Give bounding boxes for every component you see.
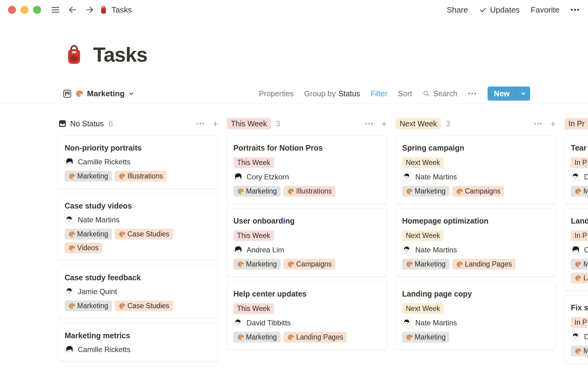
card-title: Homepage optimization	[402, 216, 549, 226]
properties-button[interactable]: Properties	[259, 89, 294, 98]
task-card[interactable]: LandIn PCMLa	[564, 209, 588, 290]
person-name: Cory Etzkorn	[247, 173, 289, 181]
column-options-icon[interactable]: •••	[196, 120, 205, 127]
card-person-row: Camille Ricketts	[65, 345, 212, 354]
task-card[interactable]: TearIn PDM	[564, 136, 588, 204]
tag-pill: M	[571, 346, 588, 356]
tag-label: La	[583, 274, 588, 282]
palette-emoji	[406, 334, 413, 341]
card-person-row: Nate Martins	[402, 318, 549, 328]
back-icon[interactable]	[67, 5, 78, 15]
avatar	[65, 215, 74, 224]
close-window-icon[interactable]	[8, 6, 16, 14]
new-button[interactable]: New	[488, 86, 530, 101]
task-card[interactable]: User onboardingThis WeekAndrea LimMarket…	[227, 209, 387, 277]
column-add-card-icon[interactable]: +	[550, 118, 556, 129]
column-options-icon[interactable]: •••	[534, 120, 542, 127]
card-tags-row: MarketingCampaigns	[233, 259, 381, 270]
column-title: No Status	[70, 119, 104, 128]
card-title: Land	[571, 216, 588, 226]
tag-label: Case Studies	[127, 302, 169, 310]
share-button[interactable]: Share	[447, 5, 468, 15]
avatar	[65, 287, 74, 296]
breadcrumb[interactable]: Tasks	[99, 5, 132, 15]
tag-pill: Illustrations	[284, 186, 335, 197]
tag-pill: Illustrations	[115, 171, 167, 182]
card-tags-row: MarketingCampaigns	[402, 186, 549, 197]
column-count: 6	[109, 119, 113, 128]
card-person-row: Camille Ricketts	[65, 157, 212, 167]
forward-icon[interactable]	[85, 5, 95, 15]
task-card[interactable]: Non-priority portraitsCamille RickettsMa…	[58, 136, 218, 189]
status-pill: Next Week	[402, 230, 444, 241]
tag-label: Marketing	[246, 187, 277, 195]
tag-pill: Marketing	[65, 301, 112, 311]
status-pill: In P	[571, 317, 588, 328]
task-card[interactable]: Marketing metricsCamille Ricketts	[58, 323, 218, 361]
kanban-board: No Status6•••+Non-priority portraitsCami…	[58, 117, 588, 368]
zoom-window-icon[interactable]	[33, 6, 41, 14]
task-card[interactable]: Help center updatesThis WeekDavid Tibbit…	[227, 282, 387, 350]
view-selector[interactable]: Marketing	[62, 89, 134, 98]
updates-button[interactable]: Updates	[479, 5, 520, 15]
task-card[interactable]: Case study videosNate MartinsMarketingCa…	[58, 194, 218, 260]
person-name: Jamie Quint	[78, 287, 117, 296]
card-title: User onboarding	[233, 216, 381, 226]
sidebar-menu-icon[interactable]	[50, 5, 61, 15]
backpack-emoji	[99, 6, 108, 14]
palette-emoji	[237, 188, 244, 195]
avatar	[233, 245, 243, 255]
minimize-window-icon[interactable]	[21, 6, 28, 14]
column-options-icon[interactable]: •••	[365, 120, 374, 127]
inbox-icon	[58, 119, 67, 128]
tag-pill: M	[571, 259, 588, 270]
favorite-button[interactable]: Favorite	[531, 5, 560, 15]
palette-emoji	[237, 261, 244, 268]
task-card[interactable]: Landing page copyNext WeekNate MartinsMa…	[396, 282, 556, 350]
task-card[interactable]: Case study feedbackJamie QuintMarketingC…	[58, 265, 218, 318]
card-title: Tear	[571, 143, 588, 153]
tag-label: Marketing	[246, 333, 277, 341]
sort-button[interactable]: Sort	[398, 89, 412, 98]
search-button[interactable]: Search	[422, 89, 457, 98]
window-titlebar: Tasks Share Updates Favorite •••	[0, 0, 588, 20]
tag-pill: Marketing	[233, 332, 281, 343]
filter-button[interactable]: Filter	[371, 89, 388, 98]
column-add-card-icon[interactable]: +	[212, 118, 218, 129]
tag-label: Marketing	[77, 302, 108, 310]
tag-pill: Campaigns	[452, 186, 504, 197]
view-more-icon[interactable]: •••	[468, 90, 477, 98]
task-card[interactable]: Fix sIn PDM	[564, 295, 588, 363]
card-title: Portraits for Notion Pros	[233, 143, 381, 153]
palette-emoji	[287, 334, 295, 341]
status-pill: In P	[571, 157, 588, 168]
palette-emoji	[575, 261, 582, 268]
palette-emoji	[406, 261, 413, 268]
task-card[interactable]: Homepage optimizationNext WeekNate Marti…	[396, 209, 556, 277]
column-cards: Non-priority portraitsCamille RickettsMa…	[58, 136, 218, 361]
column-count: 3	[276, 119, 280, 128]
palette-emoji	[575, 188, 582, 195]
group-by-button[interactable]: Group by Status	[304, 89, 360, 98]
person-name: D	[584, 332, 588, 341]
column-add-card-icon[interactable]: +	[381, 118, 387, 129]
card-person-row: Andrea Lim	[233, 245, 381, 255]
status-pill: In P	[571, 230, 588, 241]
task-card[interactable]: Spring campaignNext WeekNate MartinsMark…	[396, 136, 556, 204]
avatar	[65, 345, 74, 354]
palette-emoji	[575, 347, 582, 355]
tag-pill: M	[571, 186, 588, 197]
more-options-icon[interactable]: •••	[571, 6, 580, 14]
task-card[interactable]: Portraits for Notion ProsThis WeekCory E…	[227, 136, 387, 204]
tag-label: M	[583, 347, 588, 355]
person-name: Nate Martins	[78, 216, 119, 224]
card-person-row: David Tibbitts	[233, 318, 381, 328]
backpack-emoji	[64, 45, 84, 64]
status-pill: This Week	[233, 303, 274, 314]
palette-emoji	[119, 231, 126, 238]
tag-pill: Marketing	[65, 229, 112, 240]
new-dropdown-icon[interactable]	[516, 86, 530, 101]
card-status-row: Next Week	[402, 230, 549, 241]
card-tags-row: MarketingIllustrations	[65, 171, 212, 182]
card-title: Fix s	[571, 302, 588, 313]
